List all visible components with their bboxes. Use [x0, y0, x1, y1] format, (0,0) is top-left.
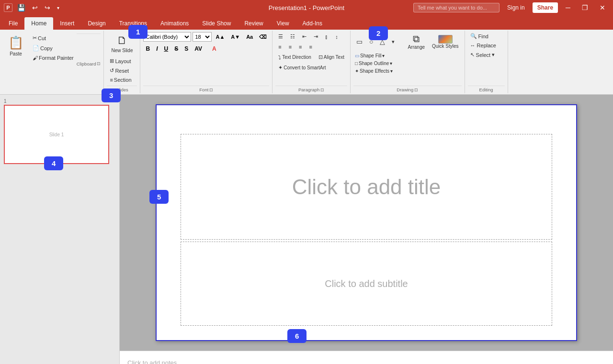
decrease-font-button[interactable]: A▼ — [228, 33, 242, 41]
numbering-button[interactable]: ☷ — [287, 32, 298, 41]
close-button[interactable]: ✕ — [596, 2, 609, 13]
align-text-button[interactable]: ⊡ Align Text — [316, 53, 347, 62]
share-button[interactable]: Share — [533, 2, 558, 13]
redo-qat-button[interactable]: ↪ — [43, 3, 52, 12]
select-button[interactable]: ↖ Select ▾ — [468, 51, 498, 59]
tab-design[interactable]: Design — [81, 17, 112, 30]
restore-button[interactable]: ❐ — [578, 2, 592, 13]
slide-thumb-image-1: Slide 1 — [4, 105, 109, 164]
increase-indent-button[interactable]: ⇥ — [311, 32, 321, 41]
arrange-icon: ⧉ — [413, 33, 420, 44]
find-button[interactable]: 🔍 Find — [468, 32, 491, 40]
canvas-area: Click to add title Click to add subtitle — [120, 95, 613, 351]
paste-button[interactable]: 📋 Paste — [4, 33, 27, 58]
tab-animations[interactable]: Animations — [154, 17, 195, 30]
new-slide-button[interactable]: 🗋 New Slide — [107, 32, 137, 55]
tab-add-ins[interactable]: Add-Ins — [296, 17, 329, 30]
slide-thumbnail-1[interactable]: 1 Slide 1 — [4, 99, 115, 164]
shape-fill-icon: ▭ — [355, 53, 359, 58]
convert-smartart-button[interactable]: ✦ Convert to SmartArt — [275, 63, 329, 72]
slide-panel: 1 Slide 1 — [0, 95, 120, 364]
font-size-select[interactable]: 18 — [193, 32, 212, 42]
justify-button[interactable]: ≡ — [306, 43, 315, 51]
bullets-button[interactable]: ☰ — [275, 32, 286, 41]
font-name-select[interactable]: Calibri (Body) — [143, 32, 191, 42]
rectangle-shape[interactable]: ▭ — [353, 36, 365, 47]
new-slide-icon: 🗋 — [117, 34, 127, 47]
align-text-icon: ⊡ — [318, 54, 323, 60]
cut-icon: ✂ — [33, 35, 37, 41]
align-left-button[interactable]: ≡ — [275, 43, 284, 51]
shape-effects-row: ✦ Shape Effects ▾ — [353, 68, 394, 74]
paragraph-expand-icon[interactable]: ⊡ — [320, 88, 324, 92]
layout-icon: ⊞ — [110, 58, 114, 64]
triangle-shape[interactable]: △ — [377, 36, 388, 47]
drawing-group-label: Drawing ⊡ — [353, 86, 462, 92]
format-painter-icon: 🖌 — [33, 55, 38, 61]
oval-shape[interactable]: ○ — [366, 36, 376, 47]
tab-home[interactable]: Home — [24, 17, 53, 30]
decrease-indent-button[interactable]: ⇤ — [299, 32, 309, 41]
tab-file[interactable]: File — [2, 17, 24, 30]
shape-outline-button[interactable]: □ Shape Outline ▾ — [353, 60, 394, 66]
customize-qat-button[interactable]: ▾ — [55, 4, 61, 11]
font-expand-icon[interactable]: ⊡ — [209, 88, 213, 92]
shape-effects-icon: ✦ — [355, 68, 359, 74]
title-placeholder-box[interactable]: Click to add title — [181, 134, 552, 240]
tab-slide-show[interactable]: Slide Show — [195, 17, 238, 30]
signin-button[interactable]: Sign in — [503, 2, 529, 13]
shape-fill-button[interactable]: ▭ Shape Fill ▾ — [353, 53, 386, 59]
tab-view[interactable]: View — [270, 17, 296, 30]
font-color-button[interactable]: A — [210, 44, 219, 53]
quick-styles-preview — [438, 35, 453, 44]
save-qat-button[interactable]: 💾 — [15, 3, 27, 12]
slides-group: 🗋 New Slide ⊞ Layout ↺ Reset ≡ — [104, 31, 140, 93]
align-center-button[interactable]: ≡ — [286, 43, 295, 51]
title-bar-right: Sign in Share ─ ❐ ✕ — [413, 2, 609, 13]
paragraph-group-label: Paragraph ⊡ — [275, 86, 347, 92]
clear-format-button[interactable]: ⌫ — [257, 33, 269, 41]
section-icon: ≡ — [110, 77, 113, 83]
bold-button[interactable]: B — [143, 44, 152, 53]
char-spacing-button[interactable]: AV — [192, 44, 204, 53]
minimize-button[interactable]: ─ — [562, 2, 574, 13]
editing-group-label: Editing — [468, 86, 505, 92]
tab-transitions[interactable]: Transitions — [113, 17, 154, 30]
main-area: 1 Slide 1 Click to add title Click to ad… — [0, 95, 613, 364]
drawing-expand-icon[interactable]: ⊡ — [414, 88, 418, 92]
increase-font-button[interactable]: A▲ — [213, 33, 227, 41]
reset-button[interactable]: ↺ Reset — [107, 66, 134, 75]
undo-qat-button[interactable]: ↩ — [30, 3, 40, 12]
section-button[interactable]: ≡ Section — [107, 76, 134, 84]
tab-insert[interactable]: Insert — [53, 17, 81, 30]
shape-outline-row: □ Shape Outline ▾ — [353, 60, 394, 66]
tab-review[interactable]: Review — [238, 17, 270, 30]
shadow-button[interactable]: S — [182, 44, 191, 53]
underline-button[interactable]: U — [161, 44, 170, 53]
title-placeholder-text: Click to add title — [292, 175, 441, 199]
shape-effects-button[interactable]: ✦ Shape Effects ▾ — [353, 68, 394, 74]
quick-styles-button[interactable]: Quick Styles — [429, 33, 462, 50]
subtitle-placeholder-text: Click to add subtitle — [325, 278, 408, 289]
replace-button[interactable]: ↔ Replace — [468, 42, 499, 49]
italic-button[interactable]: I — [154, 44, 160, 53]
paste-icon: 📋 — [8, 35, 23, 50]
line-spacing-button[interactable]: ↕ — [332, 33, 341, 41]
cut-button[interactable]: ✂ Cut — [30, 33, 77, 43]
shapes-more[interactable]: ▾ — [389, 36, 397, 47]
layout-button[interactable]: ⊞ Layout — [107, 56, 134, 66]
arrange-button[interactable]: ⧉ Arrange — [405, 32, 428, 51]
format-painter-button[interactable]: 🖌 Format Painter — [30, 54, 77, 62]
text-direction-button[interactable]: ⤵ Text Direction — [275, 53, 314, 62]
tell-me-input[interactable] — [413, 3, 499, 12]
columns-button[interactable]: ⫿ — [322, 33, 331, 41]
notes-area[interactable]: Click to add notes — [120, 351, 613, 364]
align-right-button[interactable]: ≡ — [296, 43, 305, 51]
clipboard-expand-icon[interactable]: ⊡ — [97, 61, 101, 66]
para-row4: ✦ Convert to SmartArt — [275, 63, 329, 72]
slide-canvas[interactable]: Click to add title Click to add subtitle — [156, 104, 577, 341]
strikethrough-button[interactable]: S — [172, 44, 181, 53]
copy-button[interactable]: 📄 Copy — [30, 44, 77, 53]
change-case-button[interactable]: Aa — [244, 33, 255, 41]
subtitle-placeholder-box[interactable]: Click to add subtitle — [181, 242, 552, 326]
